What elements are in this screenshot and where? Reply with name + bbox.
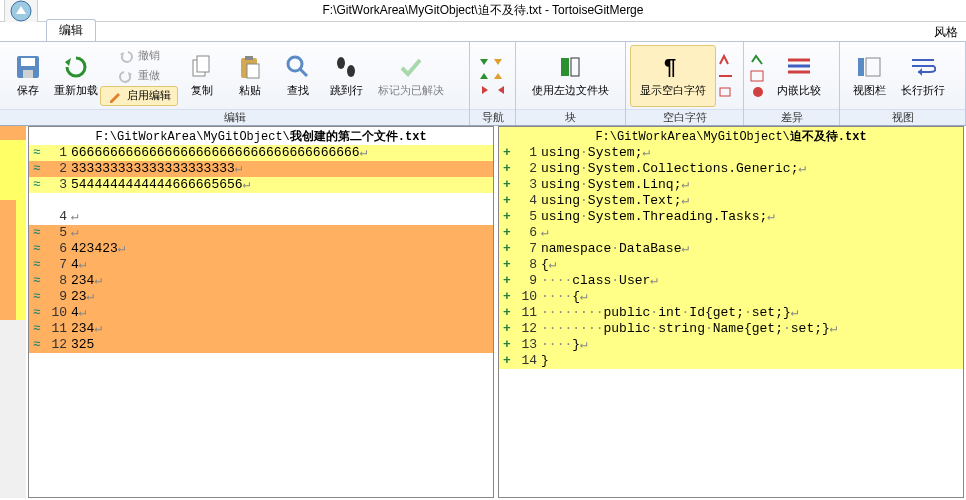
undo-icon — [118, 48, 134, 64]
svg-point-9 — [288, 57, 302, 71]
left-overview-bar[interactable] — [0, 126, 16, 498]
code-line[interactable]: +12········public·string·Name{get;·set;}… — [499, 321, 963, 337]
group-whitespace: 空白字符 — [626, 109, 743, 125]
svg-rect-2 — [21, 58, 35, 66]
ws-opt2-icon[interactable] — [716, 68, 736, 84]
viewbar-button[interactable]: 视图栏 — [844, 45, 894, 107]
svg-rect-17 — [751, 71, 763, 81]
group-block: 块 — [516, 109, 625, 125]
wrap-icon — [909, 53, 937, 81]
nav-up-icon[interactable] — [478, 55, 508, 69]
svg-rect-5 — [197, 56, 209, 72]
enable-edit-button[interactable]: 启用编辑 — [100, 86, 178, 106]
code-line[interactable]: ≈11234↵ — [29, 321, 493, 337]
right-pane: F:\GitWorkArea\MyGitObject\迫不及待.txt +1us… — [498, 126, 964, 498]
group-edit: 编辑 — [0, 109, 469, 125]
ws-opt3-icon[interactable] — [716, 84, 736, 100]
inline-diff-icon — [785, 53, 813, 81]
right-pane-title: F:\GitWorkArea\MyGitObject\迫不及待.txt — [499, 127, 963, 145]
edit-icon — [107, 88, 123, 104]
group-view: 视图 — [840, 109, 965, 125]
code-line[interactable]: 4↵ — [29, 209, 493, 225]
code-line[interactable]: +6↵ — [499, 225, 963, 241]
code-line[interactable] — [29, 193, 493, 209]
nav-leftright-icon[interactable] — [478, 83, 508, 97]
code-line[interactable]: ≈104↵ — [29, 305, 493, 321]
reload-button[interactable]: 重新加载 — [52, 45, 100, 107]
find-button[interactable]: 查找 — [274, 45, 322, 107]
svg-text:¶: ¶ — [664, 54, 676, 79]
svg-rect-13 — [561, 58, 569, 76]
goto-line-button[interactable]: 跳到行 — [322, 45, 370, 107]
code-line[interactable]: +1using·System;↵ — [499, 145, 963, 161]
reload-icon — [62, 53, 90, 81]
code-line[interactable]: ≈2333333333333333333333↵ — [29, 161, 493, 177]
svg-rect-22 — [858, 58, 864, 76]
pilcrow-icon: ¶ — [659, 53, 687, 81]
svg-rect-16 — [720, 88, 730, 96]
use-left-button[interactable]: 使用左边文件块 — [520, 45, 620, 107]
nav-down-icon[interactable] — [478, 69, 508, 83]
diff-opt2-icon[interactable] — [748, 68, 768, 84]
left-pane-title: F:\GitWorkArea\MyGitObject\我创建的第二个文件.txt — [29, 127, 493, 145]
redo-button[interactable]: 重做 — [100, 66, 178, 86]
tab-edit[interactable]: 编辑 — [46, 19, 96, 41]
left-lines[interactable]: ≈16666666666666666666666666666666666666↵… — [29, 145, 493, 497]
right-overview-bar[interactable] — [16, 126, 26, 498]
aux-menu[interactable]: 风格 — [934, 24, 958, 41]
group-nav: 导航 — [470, 109, 515, 125]
inline-diff-button[interactable]: 内嵌比较 — [768, 45, 830, 107]
code-line[interactable]: ≈35444444444444666665656↵ — [29, 177, 493, 193]
svg-rect-7 — [245, 56, 253, 60]
copy-icon — [188, 53, 216, 81]
viewbar-icon — [855, 53, 883, 81]
svg-rect-3 — [23, 70, 33, 78]
paste-icon — [236, 53, 264, 81]
code-line[interactable]: ≈923↵ — [29, 289, 493, 305]
code-line[interactable]: +13····}↵ — [499, 337, 963, 353]
code-line[interactable]: +11········public·int·Id{get;·set;}↵ — [499, 305, 963, 321]
save-icon — [14, 53, 42, 81]
code-line[interactable]: +10····{↵ — [499, 289, 963, 305]
left-pane: F:\GitWorkArea\MyGitObject\我创建的第二个文件.txt… — [28, 126, 494, 498]
footsteps-icon — [332, 53, 360, 81]
diff-area: F:\GitWorkArea\MyGitObject\我创建的第二个文件.txt… — [0, 126, 966, 498]
code-line[interactable]: +14} — [499, 353, 963, 369]
diff-opt3-icon[interactable] — [748, 84, 768, 100]
window-title: F:\GitWorkArea\MyGitObject\迫不及待.txt - To… — [323, 2, 644, 19]
diff-opt1-icon[interactable] — [748, 52, 768, 68]
code-line[interactable]: +2using·System.Collections.Generic;↵ — [499, 161, 963, 177]
code-line[interactable]: +4using·System.Text;↵ — [499, 193, 963, 209]
code-line[interactable]: ≈16666666666666666666666666666666666666↵ — [29, 145, 493, 161]
mark-resolved-button[interactable]: 标记为已解决 — [370, 45, 452, 107]
paste-button[interactable]: 粘贴 — [226, 45, 274, 107]
ribbon: 保存 重新加载 撤销 重做 启用编辑 — [0, 42, 966, 126]
code-line[interactable]: ≈74↵ — [29, 257, 493, 273]
svg-point-18 — [753, 87, 763, 97]
svg-rect-23 — [866, 58, 880, 76]
copy-button[interactable]: 复制 — [178, 45, 226, 107]
undo-button[interactable]: 撤销 — [100, 46, 178, 66]
show-whitespace-button[interactable]: ¶ 显示空白字符 — [630, 45, 716, 107]
code-line[interactable]: ≈8234↵ — [29, 273, 493, 289]
svg-rect-8 — [247, 64, 259, 78]
ws-opt1-icon[interactable] — [716, 52, 736, 68]
svg-rect-14 — [571, 58, 579, 76]
code-line[interactable]: ≈5↵ — [29, 225, 493, 241]
wrap-long-button[interactable]: 长行折行 — [894, 45, 952, 107]
check-icon — [397, 53, 425, 81]
titlebar: F:\GitWorkArea\MyGitObject\迫不及待.txt - To… — [0, 0, 966, 22]
svg-point-12 — [347, 65, 355, 77]
code-line[interactable]: +7namespace·DataBase↵ — [499, 241, 963, 257]
code-line[interactable]: ≈6423423↵ — [29, 241, 493, 257]
use-left-icon — [556, 53, 584, 81]
code-line[interactable]: ≈12325 — [29, 337, 493, 353]
right-lines[interactable]: +1using·System;↵+2using·System.Collectio… — [499, 145, 963, 497]
code-line[interactable]: +5using·System.Threading.Tasks;↵ — [499, 209, 963, 225]
code-line[interactable]: +9····class·User↵ — [499, 273, 963, 289]
code-line[interactable]: +8{↵ — [499, 257, 963, 273]
svg-line-10 — [300, 69, 307, 76]
code-line[interactable]: +3using·System.Linq;↵ — [499, 177, 963, 193]
search-icon — [284, 53, 312, 81]
save-button[interactable]: 保存 — [4, 45, 52, 107]
